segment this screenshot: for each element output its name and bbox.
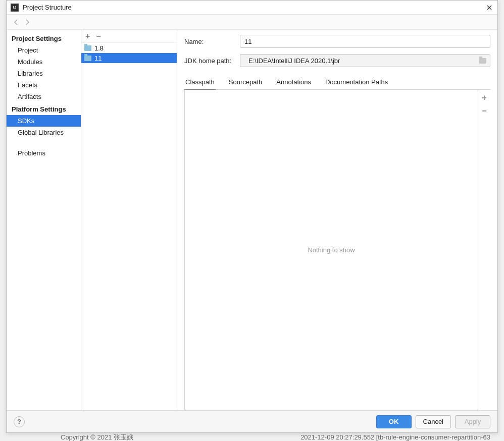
sdk-list-column: + − 1.8 11 (81, 30, 177, 410)
nav-forward-icon[interactable] (22, 17, 33, 28)
path-label: JDK home path: (184, 57, 235, 65)
dialog-body: Project Settings Project Modules Librari… (7, 30, 497, 410)
settings-sidebar: Project Settings Project Modules Librari… (7, 30, 81, 410)
sdk-name-input[interactable] (240, 35, 490, 48)
cancel-button[interactable]: Cancel (416, 415, 451, 428)
sidebar-spacer (7, 138, 81, 147)
add-sdk-icon[interactable]: + (85, 32, 90, 40)
sdk-entry-label: 1.8 (94, 44, 104, 52)
sidebar-item-modules[interactable]: Modules (7, 56, 81, 68)
name-row: Name: (184, 35, 490, 48)
sidebar-item-problems[interactable]: Problems (7, 147, 81, 159)
nav-back-icon[interactable] (11, 17, 22, 28)
add-classpath-icon[interactable]: + (482, 94, 486, 102)
sdk-entry-11[interactable]: 11 (81, 53, 177, 63)
classpath-empty-text: Nothing to show (308, 246, 355, 254)
jdk-home-path-input[interactable] (244, 54, 478, 67)
sdk-entry-1-8[interactable]: 1.8 (81, 43, 177, 53)
ok-button[interactable]: OK (376, 415, 412, 428)
path-row: JDK home path: (184, 54, 490, 67)
remove-classpath-icon[interactable]: − (482, 107, 486, 115)
intellij-icon (11, 4, 19, 12)
sdk-entry-label: 11 (94, 54, 102, 62)
sidebar-item-project[interactable]: Project (7, 44, 81, 56)
tab-annotations[interactable]: Annotations (275, 75, 312, 90)
folder-icon (479, 58, 486, 64)
tab-documentation-paths[interactable]: Documentation Paths (324, 75, 389, 90)
tab-sourcepath[interactable]: Sourcepath (228, 75, 264, 90)
browse-path-button[interactable] (478, 56, 488, 66)
classpath-area: Nothing to show + − (184, 90, 490, 410)
project-structure-dialog: Project Structure Project Settings Proje… (6, 0, 498, 433)
sidebar-item-libraries[interactable]: Libraries (7, 68, 81, 79)
sidebar-item-artifacts[interactable]: Artifacts (7, 91, 81, 102)
nav-toolstrip (7, 15, 497, 30)
tab-classpath[interactable]: Classpath (184, 75, 216, 90)
classpath-tools: + − (478, 90, 490, 410)
sidebar-item-sdks[interactable]: SDKs (7, 115, 81, 127)
sdk-details-pane: Name: JDK home path: Classpath Sourcepat… (177, 30, 497, 410)
sdk-list-toolbar: + − (81, 30, 177, 43)
folder-icon (84, 56, 91, 61)
window-title: Project Structure (23, 4, 485, 11)
section-project-settings: Project Settings (7, 32, 81, 44)
sidebar-item-facets[interactable]: Facets (7, 79, 81, 91)
sidebar-item-global-libraries[interactable]: Global Libraries (7, 127, 81, 138)
background-copyright: Copyright © 2021 张玉娥 2021-12-09 20:27:29… (0, 433, 504, 441)
path-field-wrap (240, 54, 490, 67)
sdk-tabs: Classpath Sourcepath Annotations Documen… (184, 75, 490, 90)
classpath-list[interactable]: Nothing to show (184, 90, 478, 410)
folder-icon (84, 45, 91, 51)
titlebar: Project Structure (7, 1, 497, 15)
apply-button[interactable]: Apply (455, 415, 490, 428)
close-icon[interactable] (485, 4, 493, 12)
dialog-footer: ? OK Cancel Apply (7, 410, 497, 432)
section-platform-settings: Platform Settings (7, 102, 81, 115)
name-label: Name: (184, 38, 235, 45)
help-icon[interactable]: ? (14, 416, 25, 427)
sdk-list: 1.8 11 (81, 43, 177, 410)
remove-sdk-icon[interactable]: − (96, 32, 100, 40)
